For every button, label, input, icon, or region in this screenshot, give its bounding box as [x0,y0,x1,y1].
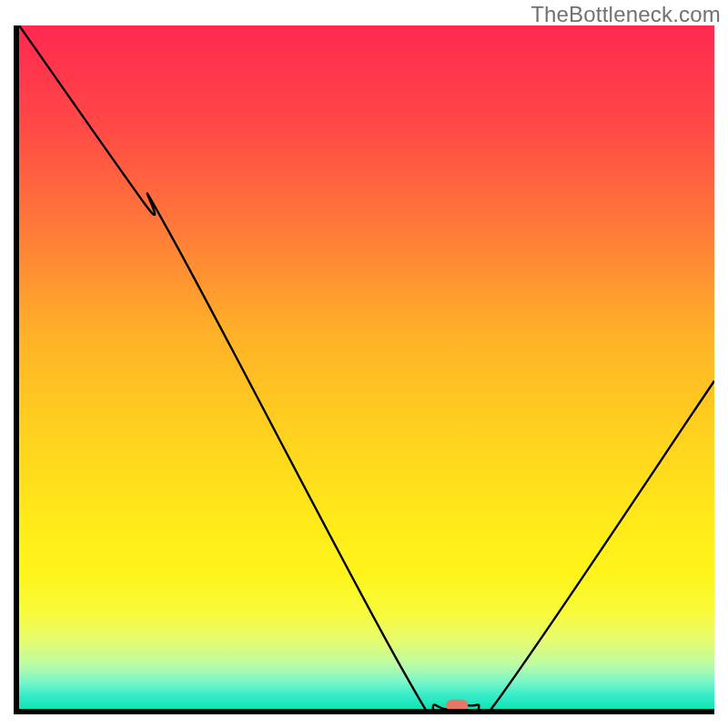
watermark-text: TheBottleneck.com [531,2,721,27]
bottleneck-curve [19,25,714,709]
plot-area [14,25,714,714]
chart-frame: TheBottleneck.com [0,0,728,728]
curve-minimum-marker [446,700,468,709]
plot-svg [19,25,714,709]
